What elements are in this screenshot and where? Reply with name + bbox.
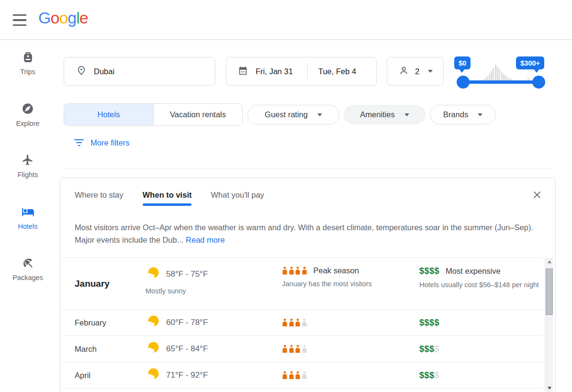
destination-value: Dubai <box>94 67 114 76</box>
card-tabs: Where to stay When to visit What you'll … <box>75 190 264 206</box>
month-name: April <box>75 371 90 380</box>
weather-desc: Mostly sunny <box>146 286 208 296</box>
dollar-sign: $ <box>425 318 430 327</box>
mostly-sunny-icon <box>146 341 160 357</box>
sidebar-item-packages[interactable]: Packages <box>0 256 56 292</box>
visitor-person-icon <box>295 345 301 353</box>
sidebar-item-label: Explore <box>16 120 39 127</box>
visitor-person-icon <box>289 319 294 327</box>
visitors-icons <box>282 267 307 275</box>
scrollbar-down-arrow[interactable] <box>545 385 553 392</box>
temp-range: 60°F - 78°F <box>166 318 208 327</box>
guest-rating-filter[interactable]: Guest rating <box>247 105 339 124</box>
property-type-toggle: Hotels Vacation rentals <box>64 103 243 126</box>
more-filters-label: More filters <box>90 138 130 147</box>
filter-icon <box>74 139 84 146</box>
price-max-handle[interactable] <box>532 76 545 89</box>
bed-icon <box>22 205 34 218</box>
tab-vacation-rentals[interactable]: Vacation rentals <box>153 104 242 125</box>
more-filters-button[interactable]: More filters <box>74 136 130 149</box>
compass-icon <box>22 102 34 115</box>
sidebar-item-label: Hotels <box>18 223 37 230</box>
visitor-person-icon <box>302 371 307 380</box>
google-travel-hotels-page: Google Trips Explore <box>0 0 572 392</box>
dollar-sign: $ <box>435 266 440 276</box>
dollar-sign: $ <box>419 318 425 327</box>
scrollbar-up-arrow[interactable] <box>545 258 553 265</box>
months-list: January 58°F - 75°F Mostly sunny <box>61 258 543 392</box>
visitor-person-icon <box>295 319 301 327</box>
price-desc: Hotels usually cost $56–$148 per night <box>419 280 545 290</box>
temp-range: 58°F - 75°F <box>166 269 208 279</box>
visitor-person-icon <box>282 345 288 353</box>
checkout-date[interactable]: Tue, Feb 4 <box>318 67 356 76</box>
price-label: Most expensive <box>446 267 501 276</box>
sidebar-item-label: Flights <box>18 171 38 179</box>
price-slider: $0 $300+ <box>454 54 550 92</box>
scrollbar[interactable] <box>545 258 553 392</box>
sidebar-item-label: Packages <box>12 274 43 281</box>
tab-what-youll-pay[interactable]: What you'll pay <box>211 190 264 206</box>
price-slider-track[interactable] <box>463 80 539 84</box>
visitor-person-icon <box>302 319 307 327</box>
sidebar-item-trips[interactable]: Trips <box>0 50 56 87</box>
visitor-person-icon <box>289 371 294 380</box>
dollar-sign: $ <box>429 318 435 327</box>
section-divider <box>64 168 550 169</box>
logo-letter: e <box>79 9 88 27</box>
plane-icon <box>22 153 34 167</box>
sidebar-item-hotels[interactable]: Hotels <box>0 205 56 241</box>
tab-hotels[interactable]: Hotels <box>64 104 153 125</box>
month-row[interactable]: March 65°F - 84°F <box>61 336 543 362</box>
date-separator <box>307 63 308 79</box>
top-bar: Google <box>0 0 572 40</box>
month-name: March <box>75 345 97 353</box>
chevron-down-icon <box>478 113 482 116</box>
sidebar-item-flights[interactable]: Flights <box>0 153 56 190</box>
dollar-sign: $ <box>419 266 425 276</box>
season-label: Peak season <box>314 266 359 275</box>
destination-input[interactable]: Dubai <box>64 57 215 86</box>
dollar-sign: $ <box>419 370 425 380</box>
backpack-icon <box>22 50 34 64</box>
dollar-sign: $ <box>435 344 440 354</box>
chip-label: Guest rating <box>265 110 308 119</box>
logo-letter: o <box>59 9 67 27</box>
close-icon[interactable] <box>531 190 543 201</box>
dollar-sign: $ <box>429 266 435 276</box>
temp-range: 65°F - 84°F <box>166 344 208 354</box>
amenities-filter[interactable]: Amenities <box>344 105 426 124</box>
mostly-sunny-icon <box>146 314 160 331</box>
price-min-handle[interactable] <box>457 76 470 89</box>
tab-where-to-stay[interactable]: Where to stay <box>75 190 123 206</box>
month-row[interactable] <box>61 388 543 392</box>
visitors-icons <box>282 345 307 353</box>
menu-icon[interactable] <box>13 14 27 26</box>
chevron-down-icon <box>428 70 433 73</box>
tab-when-to-visit[interactable]: When to visit <box>143 190 192 206</box>
scrollbar-thumb[interactable] <box>546 269 553 315</box>
chip-label: Brands <box>443 110 468 119</box>
checkin-date[interactable]: Fri, Jan 31 <box>256 67 293 76</box>
sidebar: Trips Explore Flights H <box>0 40 56 392</box>
month-row[interactable]: February 60°F - 78°F <box>61 309 543 336</box>
month-row[interactable]: January 58°F - 75°F Mostly sunny <box>61 258 543 309</box>
price-level-dollars: $$$$ <box>419 370 439 381</box>
brands-filter[interactable]: Brands <box>430 105 496 124</box>
visitor-person-icon <box>289 345 294 353</box>
dollar-sign: $ <box>435 370 440 380</box>
guests-selector[interactable]: 2 <box>387 57 444 86</box>
destination-insights-card: Where to stay When to visit What you'll … <box>60 178 556 392</box>
guests-count: 2 <box>415 67 419 76</box>
month-row[interactable]: April 71°F - 92°F <box>61 362 543 388</box>
dollar-sign: $ <box>425 370 430 380</box>
dollar-sign: $ <box>429 344 435 354</box>
sidebar-item-explore[interactable]: Explore <box>0 102 56 138</box>
visitors-icons <box>282 319 307 327</box>
google-logo[interactable]: Google <box>38 9 88 27</box>
dollar-sign: $ <box>429 370 435 380</box>
temp-range: 71°F - 92°F <box>166 370 208 380</box>
read-more-link[interactable]: Read more <box>186 235 225 244</box>
logo-letter: o <box>50 9 59 27</box>
month-name: January <box>75 279 110 289</box>
